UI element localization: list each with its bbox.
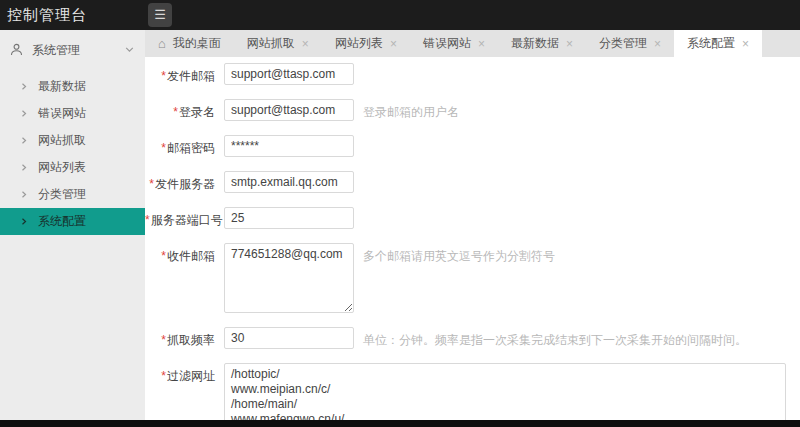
- config-form: *发件邮箱*登录名登录邮箱的用户名*邮箱密码*发件服务器*服务器端口号*收件邮箱…: [145, 57, 800, 427]
- crawl-frequency-input[interactable]: [224, 327, 354, 349]
- sidebar-item-label: 网站列表: [38, 159, 86, 176]
- sidebar-toggle-button[interactable]: ☰: [148, 3, 172, 27]
- form-row-server-port: *服务器端口号: [145, 207, 800, 229]
- field-label: *发件邮箱: [145, 63, 224, 85]
- app-title: 控制管理台: [0, 0, 87, 30]
- tab-my-desktop[interactable]: ⌂我的桌面: [145, 30, 234, 57]
- field-label: *收件邮箱: [145, 243, 224, 265]
- user-icon: [10, 43, 23, 59]
- chevron-right-icon: [20, 217, 28, 226]
- sidebar-item-label: 分类管理: [38, 186, 86, 203]
- chevron-down-icon: [124, 44, 135, 58]
- tab-site-list[interactable]: 网站列表×: [322, 30, 410, 57]
- tab-category-manage[interactable]: 分类管理×: [586, 30, 674, 57]
- sidebar-item-site-list[interactable]: 网站列表: [0, 154, 145, 181]
- sidebar-item-system-config[interactable]: 系统配置: [0, 208, 145, 235]
- required-asterisk: *: [161, 369, 166, 383]
- email-password-input[interactable]: [224, 135, 354, 157]
- sidebar-group-system-manage[interactable]: 系统管理: [0, 30, 145, 67]
- tab-error-sites[interactable]: 错误网站×: [410, 30, 498, 57]
- sidebar: 系统管理 最新数据错误网站网站抓取网站列表分类管理系统配置: [0, 30, 145, 427]
- topbar: 控制管理台 ☰: [0, 0, 800, 30]
- hamburger-icon: ☰: [154, 7, 166, 22]
- tab-label: 分类管理: [599, 35, 647, 52]
- required-asterisk: *: [161, 333, 166, 347]
- required-asterisk: *: [149, 177, 154, 191]
- sidebar-item-label: 错误网站: [38, 105, 86, 122]
- close-icon[interactable]: ×: [566, 38, 573, 50]
- field-label: *邮箱密码: [145, 135, 224, 157]
- form-row-recipient-email: *收件邮箱774651288@qq.com多个邮箱请用英文逗号作为分割符号: [145, 243, 800, 313]
- tab-label: 网站抓取: [247, 35, 295, 52]
- sidebar-item-label: 最新数据: [38, 78, 86, 95]
- smtp-server-input[interactable]: [224, 171, 354, 193]
- field-label: *发件服务器: [145, 171, 224, 193]
- chevron-right-icon: [20, 136, 28, 145]
- close-icon[interactable]: ×: [742, 38, 749, 50]
- form-row-login-name: *登录名登录邮箱的用户名: [145, 99, 800, 121]
- sidebar-item-label: 网站抓取: [38, 132, 86, 149]
- chevron-right-icon: [20, 190, 28, 199]
- chevron-right-icon: [20, 163, 28, 172]
- filter-urls-textarea[interactable]: /hottopic/ www.meipian.cn/c/ /home/main/…: [224, 363, 786, 427]
- required-asterisk: *: [161, 141, 166, 155]
- form-row-sender-email: *发件邮箱: [145, 63, 800, 85]
- tab-label: 错误网站: [423, 35, 471, 52]
- required-asterisk: *: [145, 213, 150, 227]
- main-layout: 系统管理 最新数据错误网站网站抓取网站列表分类管理系统配置 ⌂我的桌面网站抓取×…: [0, 30, 800, 427]
- tab-label: 最新数据: [511, 35, 559, 52]
- field-label: *抓取频率: [145, 327, 224, 349]
- form-row-smtp-server: *发件服务器: [145, 171, 800, 193]
- tab-site-crawl[interactable]: 网站抓取×: [234, 30, 322, 57]
- sidebar-group-label: 系统管理: [32, 42, 115, 59]
- tabbar: ⌂我的桌面网站抓取×网站列表×错误网站×最新数据×分类管理×系统配置×: [145, 30, 800, 57]
- sidebar-item-latest-data[interactable]: 最新数据: [0, 73, 145, 100]
- form-row-filter-urls: *过滤网址/hottopic/ www.meipian.cn/c/ /home/…: [145, 363, 800, 427]
- field-hint: 单位：分钟。频率是指一次采集完成结束到下一次采集开始的间隔时间。: [363, 327, 747, 349]
- form-row-crawl-frequency: *抓取频率单位：分钟。频率是指一次采集完成结束到下一次采集开始的间隔时间。: [145, 327, 800, 349]
- tab-label: 我的桌面: [173, 35, 221, 52]
- sender-email-input[interactable]: [224, 63, 354, 85]
- field-label: *登录名: [145, 99, 224, 121]
- required-asterisk: *: [161, 249, 166, 263]
- bottom-strip: [0, 420, 800, 427]
- field-label: *过滤网址: [145, 363, 224, 385]
- chevron-right-icon: [20, 109, 28, 118]
- close-icon[interactable]: ×: [478, 38, 485, 50]
- tab-system-config[interactable]: 系统配置×: [674, 30, 762, 57]
- sidebar-item-category-manage[interactable]: 分类管理: [0, 181, 145, 208]
- tab-label: 网站列表: [335, 35, 383, 52]
- home-icon: ⌂: [158, 37, 166, 50]
- field-hint: 登录邮箱的用户名: [363, 99, 459, 121]
- server-port-input[interactable]: [224, 207, 354, 229]
- close-icon[interactable]: ×: [302, 38, 309, 50]
- close-icon[interactable]: ×: [390, 38, 397, 50]
- chevron-right-icon: [20, 82, 28, 91]
- tab-label: 系统配置: [687, 35, 735, 52]
- required-asterisk: *: [173, 105, 178, 119]
- form-row-email-password: *邮箱密码: [145, 135, 800, 157]
- sidebar-menu: 最新数据错误网站网站抓取网站列表分类管理系统配置: [0, 73, 145, 235]
- field-hint: 多个邮箱请用英文逗号作为分割符号: [363, 243, 555, 265]
- field-label: *服务器端口号: [145, 207, 224, 229]
- tab-latest-data[interactable]: 最新数据×: [498, 30, 586, 57]
- login-name-input[interactable]: [224, 99, 354, 121]
- sidebar-item-error-sites[interactable]: 错误网站: [0, 100, 145, 127]
- sidebar-item-label: 系统配置: [38, 213, 86, 230]
- content-column: ⌂我的桌面网站抓取×网站列表×错误网站×最新数据×分类管理×系统配置× *发件邮…: [145, 30, 800, 427]
- recipient-email-textarea[interactable]: 774651288@qq.com: [224, 243, 354, 313]
- sidebar-item-site-crawl[interactable]: 网站抓取: [0, 127, 145, 154]
- required-asterisk: *: [161, 69, 166, 83]
- close-icon[interactable]: ×: [654, 38, 661, 50]
